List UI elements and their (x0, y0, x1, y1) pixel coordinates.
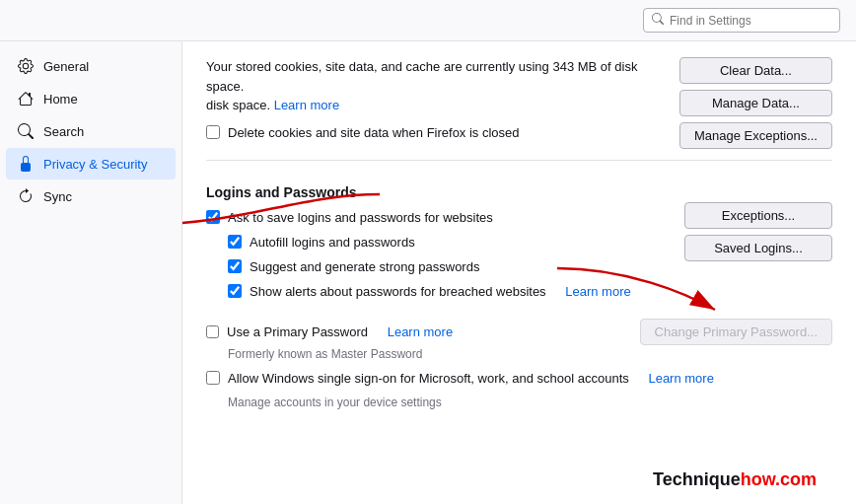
formerly-text: Formerly known as Master Password (228, 347, 832, 361)
storage-info: Your stored cookies, site data, and cach… (206, 57, 660, 115)
sidebar-item-home[interactable]: Home (6, 83, 176, 114)
sidebar-item-general[interactable]: General (6, 50, 176, 82)
sync-icon (18, 188, 34, 204)
manage-exceptions-button[interactable]: Manage Exceptions... (679, 122, 832, 149)
sidebar-item-privacy-label: Privacy & Security (43, 157, 147, 172)
main-layout: General Home Search (0, 41, 856, 504)
lock-icon (18, 156, 34, 172)
sidebar-item-sync-label: Sync (43, 189, 72, 204)
delete-cookies-label: Delete cookies and site data when Firefo… (228, 125, 520, 140)
search-sidebar-icon (18, 123, 34, 139)
suggest-label: Suggest and generate strong passwords (250, 259, 479, 274)
suggest-checkbox[interactable] (228, 259, 242, 273)
ask-save-row: Ask to save logins and passwords for web… (206, 210, 684, 225)
manage-accounts-text: Manage accounts in your device settings (228, 396, 832, 409)
manage-data-button[interactable]: Manage Data... (679, 90, 832, 116)
search-input[interactable] (670, 14, 831, 28)
home-icon (18, 91, 34, 107)
windows-sso-row: Allow Windows single sign-on for Microso… (206, 371, 832, 386)
watermark: Techniquehow.com (653, 469, 817, 490)
sidebar-item-home-label: Home (43, 92, 78, 107)
watermark-technique: Technique (653, 469, 741, 489)
autofill-label: Autofill logins and passwords (250, 235, 415, 250)
ask-save-label: Ask to save logins and passwords for web… (228, 210, 493, 225)
gear-icon (18, 58, 34, 74)
autofill-row: Autofill logins and passwords (228, 235, 684, 250)
ask-save-checkbox[interactable] (206, 210, 220, 224)
delete-cookies-checkbox[interactable] (206, 125, 220, 139)
content-area: Your stored cookies, site data, and cach… (182, 41, 856, 504)
sidebar-item-privacy-security[interactable]: Privacy & Security (6, 148, 176, 180)
show-alerts-checkbox[interactable] (228, 284, 242, 298)
delete-cookies-row: Delete cookies and site data when Firefo… (206, 125, 660, 140)
logins-section-title: Logins and Passwords (206, 184, 684, 200)
logins-section: Logins and Passwords Ask to save logins … (206, 171, 832, 409)
windows-sso-label: Allow Windows single sign-on for Microso… (228, 371, 629, 386)
use-primary-checkbox[interactable] (206, 325, 219, 338)
exceptions-button[interactable]: Exceptions... (684, 202, 832, 229)
sidebar-item-search[interactable]: Search (6, 115, 176, 147)
learn-more-primary[interactable]: Learn more (388, 324, 453, 339)
learn-more-sso[interactable]: Learn more (648, 371, 713, 386)
learn-more-storage[interactable]: Learn more (274, 98, 339, 112)
search-icon (652, 13, 664, 28)
saved-logins-button[interactable]: Saved Logins... (684, 235, 832, 261)
clear-data-button[interactable]: Clear Data... (679, 57, 832, 84)
windows-sso-checkbox[interactable] (206, 371, 220, 385)
sidebar-item-sync[interactable]: Sync (6, 180, 176, 212)
sidebar-item-general-label: General (43, 59, 89, 74)
show-alerts-label: Show alerts about passwords for breached… (250, 284, 546, 299)
primary-password-row: Use a Primary Password Learn more Change… (206, 319, 832, 345)
sidebar: General Home Search (0, 41, 182, 504)
show-alerts-row: Show alerts about passwords for breached… (228, 284, 684, 299)
search-box[interactable] (643, 8, 840, 33)
change-primary-button[interactable]: Change Primary Password... (640, 319, 832, 345)
autofill-checkbox[interactable] (228, 235, 242, 249)
learn-more-breached[interactable]: Learn more (565, 284, 630, 299)
suggest-row: Suggest and generate strong passwords (228, 259, 684, 274)
watermark-how: how.com (741, 469, 817, 489)
top-bar (0, 0, 856, 41)
sidebar-item-search-label: Search (43, 124, 84, 139)
use-primary-label: Use a Primary Password (227, 324, 368, 339)
